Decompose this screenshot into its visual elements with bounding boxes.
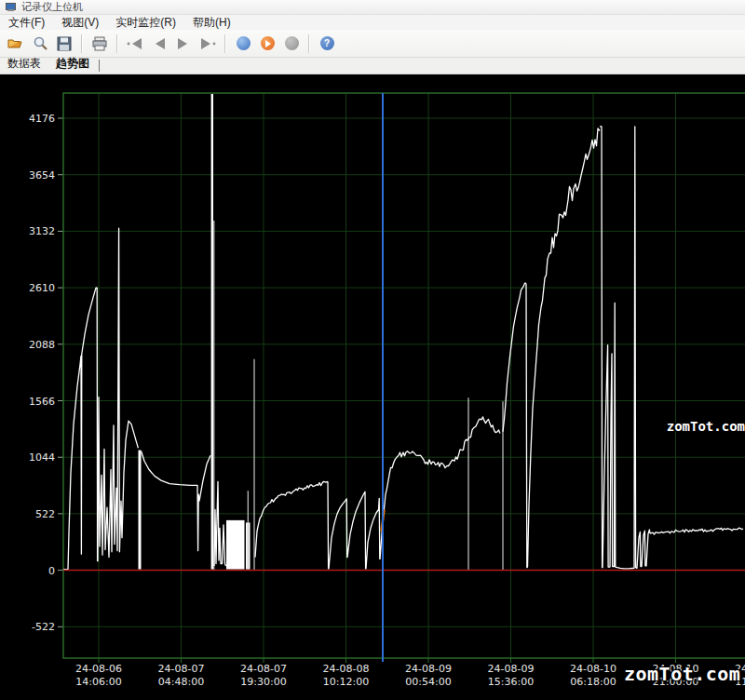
app-icon (6, 3, 16, 12)
menu-file[interactable]: 文件(F) (0, 15, 53, 30)
y-tick-label: 1044 (29, 451, 55, 464)
nav-prev-button[interactable] (147, 33, 171, 55)
stop-monitor-icon (285, 36, 299, 50)
x-tick-label-time: 14:06:00 (75, 676, 121, 688)
nav-prev-icon (151, 37, 168, 50)
print-button[interactable] (88, 33, 112, 55)
stop-monitor-button[interactable] (279, 33, 304, 55)
toolbar-separator (81, 34, 83, 53)
tab-bar: 数据表 趋势图 (0, 58, 745, 74)
x-tick-label-time: 19:30:00 (240, 676, 286, 688)
y-tick-label: 3654 (29, 169, 55, 182)
start-monitor-icon (261, 36, 275, 50)
open-folder-icon (7, 36, 24, 51)
find-button[interactable] (28, 33, 52, 55)
y-tick-label: 3132 (29, 225, 55, 237)
x-tick-label-date: 24-08-07 (240, 663, 287, 675)
toolbar-separator (308, 34, 310, 53)
x-tick-label-time: 15:36:00 (488, 676, 534, 688)
tab-trend-chart[interactable]: 趋势图 (48, 55, 97, 74)
series-burst-block (211, 94, 213, 570)
plot-border (63, 93, 745, 658)
help-button[interactable]: ? (315, 33, 339, 55)
x-tick-label-time: 10:12:00 (323, 676, 369, 688)
y-tick-label: 522 (35, 508, 55, 520)
menu-bar: 文件(F) 视图(V) 实时监控(R) 帮助(H) (0, 15, 745, 30)
save-icon (57, 36, 72, 51)
watermark: zomTot.com (667, 419, 745, 434)
x-tick-label-date: 24-08-07 (158, 663, 205, 675)
connect-icon (237, 36, 251, 50)
y-tick-label: 4176 (29, 113, 55, 125)
tab-data-table[interactable]: 数据表 (0, 55, 48, 74)
save-button[interactable] (52, 33, 76, 55)
window-title: 记录仪上位机 (21, 0, 83, 14)
x-tick-label-time: 04:48:00 (158, 676, 204, 688)
x-tick-label-date: 24-08-09 (488, 663, 535, 675)
x-tick-label-time: 00:54:00 (405, 676, 451, 688)
zoom-find-icon (33, 35, 48, 51)
toolbar-separator (116, 34, 118, 53)
series-burst-block (139, 451, 142, 570)
nav-next-icon (175, 37, 192, 50)
series-burst-block (226, 520, 245, 570)
watermark: zomTot.com (624, 663, 740, 685)
nav-next-button[interactable] (171, 33, 196, 55)
window-chrome: 记录仪上位机 文件(F) 视图(V) 实时监控(R) 帮助(H) (0, 0, 745, 74)
start-monitor-button[interactable] (255, 33, 279, 55)
tab-separator (99, 60, 100, 72)
y-tick-label: 0 (48, 565, 55, 577)
y-tick-label: -522 (32, 621, 55, 633)
y-tick-label: 2610 (29, 282, 55, 294)
x-tick-label-date: 24-08-10 (570, 663, 616, 675)
x-tick-label-time: 06:18:00 (570, 676, 616, 688)
print-icon (91, 36, 108, 51)
toolbar-separator (224, 34, 226, 53)
connect-button[interactable] (231, 33, 255, 55)
menu-realtime-monitor[interactable]: 实时监控(R) (107, 15, 184, 30)
tool-bar: ? (0, 30, 745, 58)
help-icon: ? (320, 36, 334, 50)
x-tick-label-date: 24-08-06 (75, 663, 122, 675)
menu-help[interactable]: 帮助(H) (184, 15, 239, 30)
x-tick-label-date: 24-08-09 (405, 663, 452, 675)
nav-last-icon (198, 37, 217, 50)
menu-view[interactable]: 视图(V) (53, 15, 107, 30)
y-tick-label: 1566 (29, 396, 55, 408)
series-trace (63, 127, 743, 570)
open-file-button[interactable] (4, 33, 28, 55)
nav-first-button[interactable] (123, 33, 147, 55)
trend-chart[interactable]: 41763654313226102088156610445220-52224-0… (0, 0, 745, 700)
y-tick-label: 2088 (29, 339, 55, 351)
nav-first-icon (126, 37, 144, 50)
nav-last-button[interactable] (196, 33, 220, 55)
title-bar: 记录仪上位机 (0, 0, 745, 15)
x-tick-label-date: 24-08-08 (323, 663, 370, 675)
